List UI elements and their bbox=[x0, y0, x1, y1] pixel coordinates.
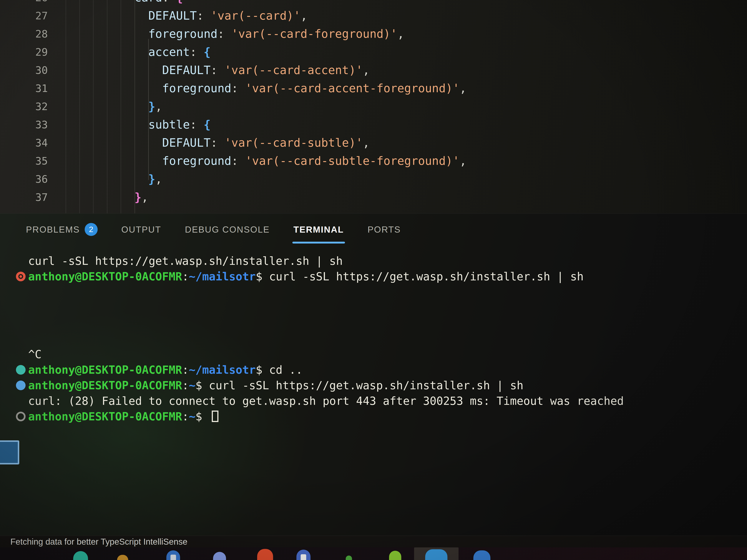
code-text: DEFAULT: 'var(--card)', bbox=[48, 7, 307, 25]
taskbar-icon-swoosh[interactable] bbox=[425, 549, 447, 560]
tab-debug-console[interactable]: DEBUG CONSOLE bbox=[185, 224, 270, 235]
code-token: { bbox=[204, 45, 210, 59]
tab-ports[interactable]: PORTS bbox=[367, 224, 401, 235]
code-token: : bbox=[162, 0, 176, 4]
taskbar-icon-amber[interactable] bbox=[117, 555, 128, 560]
terminal-line: ^C bbox=[0, 346, 747, 362]
code-token: , bbox=[301, 9, 307, 22]
taskbar bbox=[0, 548, 747, 560]
code-text: }, bbox=[48, 188, 148, 206]
code-token: : bbox=[197, 9, 211, 22]
code-token: { bbox=[176, 0, 183, 4]
taskbar-icon-red[interactable] bbox=[257, 549, 273, 560]
taskbar-icon-round-blue[interactable] bbox=[473, 550, 490, 560]
terminal-blank-line bbox=[0, 284, 747, 300]
code-token: } bbox=[148, 100, 155, 113]
code-line[interactable]: 33 subtle: { bbox=[0, 115, 747, 134]
code-token: } bbox=[148, 172, 155, 186]
code-token: , bbox=[155, 100, 162, 113]
line-number: 28 bbox=[0, 25, 48, 43]
line-number: 27 bbox=[0, 7, 48, 25]
taskbar-icon-periwinkle[interactable] bbox=[213, 552, 226, 560]
line-number: 35 bbox=[0, 152, 48, 170]
taskbar-icon-blue-tile-inner bbox=[171, 555, 176, 560]
code-token: , bbox=[460, 81, 466, 95]
blue-highlight-box bbox=[0, 441, 19, 464]
code-token: : bbox=[231, 154, 245, 167]
status-bar: Fetching data for better TypeScript Inte… bbox=[0, 536, 747, 548]
indent-guide bbox=[66, 0, 66, 213]
tab-label: TERMINAL bbox=[293, 224, 344, 235]
code-line[interactable]: 32 }, bbox=[0, 98, 747, 115]
line-number: 37 bbox=[0, 188, 48, 206]
terminal-line: anthony@DESKTOP-0ACOFMR:~$ curl -sSL htt… bbox=[0, 378, 747, 393]
code-line[interactable]: 28 foreground: 'var(--card-foreground)', bbox=[0, 25, 747, 43]
code-line[interactable]: 30 DEFAULT: 'var(--card-accent)', bbox=[0, 61, 747, 79]
code-token bbox=[134, 118, 148, 131]
indent-guide bbox=[107, 0, 107, 213]
terminal-output-text: curl -sSL https://get.wasp.sh/installer.… bbox=[28, 255, 343, 267]
prompt-separator: : bbox=[182, 363, 189, 376]
code-editor[interactable]: 26card: {27 DEFAULT: 'var(--card)',28 fo… bbox=[0, 0, 747, 213]
code-text: card: { bbox=[48, 0, 183, 7]
line-number: 34 bbox=[0, 134, 48, 152]
terminal-blank-line bbox=[0, 300, 747, 315]
prompt-command: cd .. bbox=[262, 363, 303, 376]
command-status-teal-icon bbox=[16, 365, 26, 375]
taskbar-icon-teal[interactable] bbox=[73, 551, 88, 560]
tab-problems[interactable]: PROBLEMS2 bbox=[26, 223, 98, 236]
tab-output[interactable]: OUTPUT bbox=[121, 224, 161, 235]
code-line[interactable]: 31 foreground: 'var(--card-accent-foregr… bbox=[0, 79, 747, 98]
code-token: { bbox=[204, 118, 210, 131]
code-token: DEFAULT bbox=[162, 136, 210, 150]
code-token: : bbox=[217, 27, 231, 41]
terminal[interactable]: curl -sSL https://get.wasp.sh/installer.… bbox=[0, 253, 747, 424]
prompt-user-host: anthony@DESKTOP-0ACOFMR bbox=[28, 379, 182, 392]
taskbar-icon-blue-tile[interactable] bbox=[166, 550, 180, 560]
prompt-command: curl -sSL https://get.wasp.sh/installer.… bbox=[262, 270, 584, 283]
code-line[interactable]: 29 accent: { bbox=[0, 43, 747, 61]
prompt-dollar: $ bbox=[196, 410, 202, 423]
command-status-error-icon bbox=[16, 272, 26, 281]
terminal-blank-line bbox=[0, 331, 747, 346]
taskbar-icon-green-sliver[interactable] bbox=[346, 556, 352, 560]
code-token: foreground bbox=[162, 154, 231, 167]
prompt-command: curl -sSL https://get.wasp.sh/installer.… bbox=[202, 379, 523, 392]
prompt-separator: : bbox=[182, 270, 189, 283]
code-text: }, bbox=[48, 170, 162, 188]
prompt-dollar: $ bbox=[196, 379, 202, 392]
line-number: 36 bbox=[0, 170, 48, 188]
tab-label: PROBLEMS bbox=[26, 224, 80, 235]
code-token: : bbox=[231, 81, 245, 95]
string-token: 'var(--card-accent)' bbox=[224, 63, 363, 77]
command-status-blue-icon bbox=[16, 380, 26, 390]
code-text: accent: { bbox=[48, 43, 211, 61]
taskbar-icon-lime[interactable] bbox=[389, 551, 401, 560]
code-text: DEFAULT: 'var(--card-accent)', bbox=[48, 61, 369, 79]
terminal-line: curl: (28) Failed to connect to get.wasp… bbox=[0, 393, 747, 409]
status-message: Fetching data for better TypeScript Inte… bbox=[10, 537, 187, 547]
code-token: DEFAULT bbox=[148, 9, 197, 22]
code-line[interactable]: 36 }, bbox=[0, 170, 747, 188]
code-line[interactable]: 26card: { bbox=[0, 0, 747, 7]
code-line[interactable]: 37}, bbox=[0, 188, 747, 206]
code-token: : bbox=[211, 63, 225, 77]
code-token: card bbox=[134, 0, 162, 4]
indent-guide bbox=[148, 39, 149, 180]
string-token: 'var(--card)' bbox=[211, 9, 301, 22]
prompt-user-host: anthony@DESKTOP-0ACOFMR bbox=[28, 270, 182, 283]
code-token: : bbox=[190, 118, 204, 131]
terminal-cursor bbox=[212, 410, 218, 422]
terminal-line: anthony@DESKTOP-0ACOFMR:~$ bbox=[0, 409, 747, 424]
tab-terminal[interactable]: TERMINAL bbox=[293, 224, 344, 235]
panel-tab-bar: PROBLEMS2OUTPUTDEBUG CONSOLETERMINALPORT… bbox=[0, 214, 747, 245]
code-text: foreground: 'var(--card-accent-foregroun… bbox=[48, 79, 466, 98]
code-line[interactable]: 27 DEFAULT: 'var(--card)', bbox=[0, 7, 747, 25]
terminal-output-text: ^C bbox=[28, 348, 42, 361]
code-line[interactable]: 35 foreground: 'var(--card-subtle-foregr… bbox=[0, 152, 747, 170]
code-line[interactable]: 34 DEFAULT: 'var(--card-subtle)', bbox=[0, 134, 747, 152]
code-token: , bbox=[155, 172, 162, 186]
terminal-line: anthony@DESKTOP-0ACOFMR:~/mailsotr$ curl… bbox=[0, 269, 747, 284]
code-token: subtle bbox=[148, 118, 190, 131]
taskbar-icon-blue-white[interactable] bbox=[297, 550, 310, 560]
